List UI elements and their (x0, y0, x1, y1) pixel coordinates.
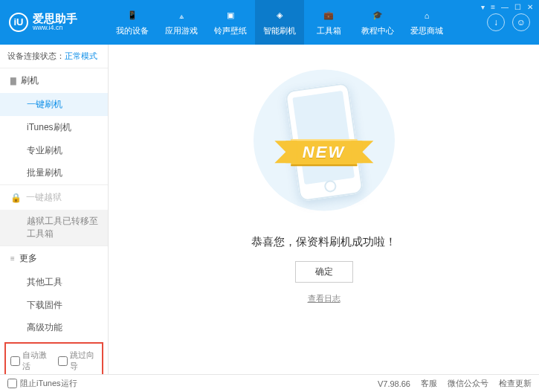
view-log-link[interactable]: 查看日志 (308, 293, 340, 304)
app-header: ▾ ≡ — ☐ ✕ iU 爱思助手 www.i4.cn 📱我的设备 ⟁应用游戏 … (0, 0, 539, 45)
footer-check-update[interactable]: 检查更新 (499, 378, 532, 389)
maximize-icon[interactable]: ☐ (514, 3, 521, 11)
device-status: 设备连接状态：正常模式 (0, 45, 108, 68)
sidebar: 设备连接状态：正常模式 ▇刷机 一键刷机 iTunes刷机 专业刷机 批量刷机 … (0, 45, 109, 374)
tutorial-icon: 🎓 (371, 9, 384, 22)
checkbox-auto-activate[interactable]: 自动激活 (10, 350, 51, 372)
sidebar-item-advanced[interactable]: 高级功能 (0, 316, 108, 339)
window-controls: ▾ ≡ — ☐ ✕ (481, 3, 533, 11)
sidebar-item-download-firmware[interactable]: 下载固件 (0, 294, 108, 317)
footer-wechat[interactable]: 微信公众号 (448, 378, 488, 389)
minimize-icon[interactable]: — (501, 3, 509, 11)
sidebar-head-more[interactable]: ≡更多 (0, 246, 108, 271)
app-title: 爱思助手 (33, 13, 77, 25)
sidebar-head-flash[interactable]: ▇刷机 (0, 68, 108, 93)
status-bar: 阻止iTunes运行 V7.98.66 客服 微信公众号 检查更新 (0, 374, 539, 392)
sidebar-item-other-tools[interactable]: 其他工具 (0, 271, 108, 294)
nav-ringtones[interactable]: ▣铃声壁纸 (206, 0, 255, 45)
app-url: www.i4.cn (33, 25, 77, 32)
download-button[interactable]: ↓ (487, 13, 505, 31)
ringtone-icon: ▣ (224, 9, 237, 22)
nav-tutorials[interactable]: 🎓教程中心 (353, 0, 402, 45)
new-ribbon: NEW (291, 139, 357, 166)
sidebar-head-jailbreak: 🔒一键越狱 (0, 185, 108, 210)
nav-apps-games[interactable]: ⟁应用游戏 (157, 0, 206, 45)
success-message: 恭喜您，保资料刷机成功啦！ (251, 235, 396, 249)
sidebar-item-oneclick-flash[interactable]: 一键刷机 (0, 93, 108, 116)
chevron-down-icon: ▇ (10, 77, 16, 85)
device-icon: 📱 (126, 9, 139, 22)
cart-icon[interactable]: ▾ (481, 3, 485, 11)
top-nav: 📱我的设备 ⟁应用游戏 ▣铃声壁纸 ◈智能刷机 💼工具箱 🎓教程中心 ⌂爱思商城 (108, 0, 451, 45)
main-content: NEW 恭喜您，保资料刷机成功啦！ 确定 查看日志 (109, 45, 539, 374)
sidebar-item-itunes-flash[interactable]: iTunes刷机 (0, 116, 108, 139)
apps-icon: ⟁ (175, 9, 188, 22)
hamburger-icon: ≡ (10, 254, 15, 263)
footer-kf[interactable]: 客服 (421, 378, 437, 389)
flash-icon: ◈ (273, 9, 286, 22)
confirm-button[interactable]: 确定 (295, 261, 353, 283)
nav-store[interactable]: ⌂爱思商城 (402, 0, 451, 45)
store-icon: ⌂ (420, 9, 433, 22)
toolbox-icon: 💼 (322, 9, 335, 22)
nav-smart-flash[interactable]: ◈智能刷机 (255, 0, 304, 45)
nav-my-device[interactable]: 📱我的设备 (108, 0, 157, 45)
close-icon[interactable]: ✕ (527, 3, 533, 11)
sidebar-jailbreak-note: 越狱工具已转移至工具箱 (0, 210, 108, 245)
nav-toolbox[interactable]: 💼工具箱 (304, 0, 353, 45)
version-label: V7.98.66 (378, 379, 410, 388)
logo: iU 爱思助手 www.i4.cn (0, 13, 108, 32)
success-illustration: NEW (242, 80, 406, 214)
lock-icon: 🔒 (10, 193, 22, 203)
logo-badge: iU (9, 13, 28, 32)
sidebar-item-batch-flash[interactable]: 批量刷机 (0, 161, 108, 184)
checkbox-block-itunes[interactable]: 阻止iTunes运行 (7, 378, 77, 389)
user-button[interactable]: ☺ (512, 13, 530, 31)
checkbox-skip-guide[interactable]: 跳过向导 (58, 350, 98, 372)
menu-icon[interactable]: ≡ (491, 3, 495, 11)
sidebar-item-pro-flash[interactable]: 专业刷机 (0, 139, 108, 162)
